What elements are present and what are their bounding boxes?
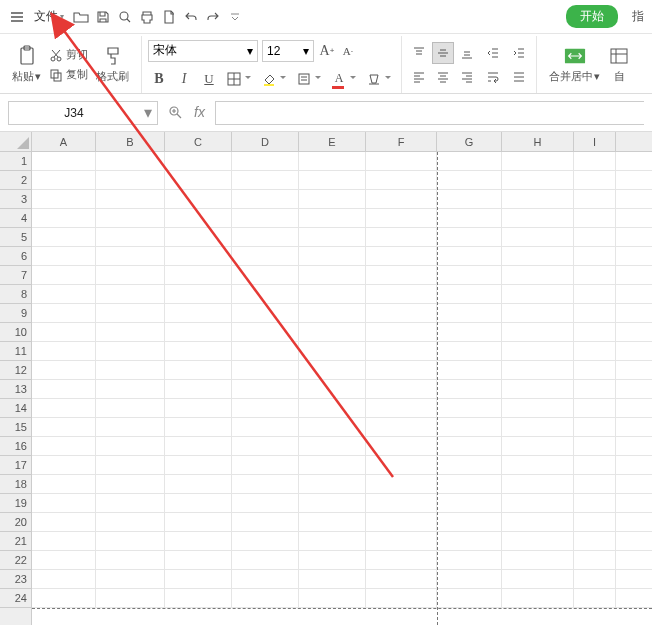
cell[interactable] — [366, 171, 437, 189]
cell[interactable] — [232, 304, 299, 322]
cell[interactable] — [232, 551, 299, 569]
cell[interactable] — [574, 589, 616, 607]
cell[interactable] — [437, 399, 502, 417]
row-header[interactable]: 6 — [0, 247, 31, 266]
cell[interactable] — [299, 532, 366, 550]
cell[interactable] — [574, 475, 616, 493]
cell[interactable] — [366, 247, 437, 265]
row-header[interactable]: 11 — [0, 342, 31, 361]
cell[interactable] — [232, 456, 299, 474]
column-header[interactable]: E — [299, 132, 366, 151]
print-icon[interactable] — [138, 8, 156, 26]
cell[interactable] — [502, 342, 574, 360]
cell[interactable] — [165, 361, 232, 379]
cell[interactable] — [366, 380, 437, 398]
decrease-indent-button[interactable] — [482, 42, 504, 64]
cell[interactable] — [232, 342, 299, 360]
cell[interactable] — [232, 323, 299, 341]
cell[interactable] — [366, 304, 437, 322]
cell[interactable] — [366, 437, 437, 455]
cell[interactable] — [299, 380, 366, 398]
cell[interactable] — [574, 551, 616, 569]
cell[interactable] — [232, 399, 299, 417]
cell[interactable] — [232, 228, 299, 246]
cut-button[interactable]: 剪切 — [47, 46, 90, 63]
cell[interactable] — [437, 361, 502, 379]
cell[interactable] — [165, 437, 232, 455]
italic-button[interactable]: I — [173, 68, 195, 90]
cell[interactable] — [502, 551, 574, 569]
cell[interactable] — [437, 532, 502, 550]
row-header[interactable]: 8 — [0, 285, 31, 304]
cell[interactable] — [165, 304, 232, 322]
cell[interactable] — [502, 152, 574, 170]
column-header[interactable]: H — [502, 132, 574, 151]
auto-button[interactable]: 自 — [606, 43, 636, 86]
cell[interactable] — [165, 152, 232, 170]
cell[interactable] — [366, 532, 437, 550]
copy-button[interactable]: 复制 — [47, 66, 90, 83]
cell[interactable] — [437, 494, 502, 512]
cell[interactable] — [232, 437, 299, 455]
font-size-select[interactable]: 12 ▾ — [262, 40, 314, 62]
cell[interactable] — [299, 152, 366, 170]
cell[interactable] — [232, 532, 299, 550]
cell[interactable] — [165, 171, 232, 189]
cell[interactable] — [299, 418, 366, 436]
cell[interactable] — [32, 380, 96, 398]
cell[interactable] — [299, 266, 366, 284]
row-header[interactable]: 22 — [0, 551, 31, 570]
cell[interactable] — [165, 532, 232, 550]
cell[interactable] — [574, 247, 616, 265]
open-icon[interactable] — [72, 8, 90, 26]
redo-icon[interactable] — [204, 8, 222, 26]
cell[interactable] — [299, 399, 366, 417]
cell[interactable] — [32, 171, 96, 189]
merge-center-button[interactable]: 合并居中▾ — [543, 43, 606, 86]
cell[interactable] — [502, 323, 574, 341]
row-header[interactable]: 18 — [0, 475, 31, 494]
cell[interactable] — [574, 570, 616, 588]
cell[interactable] — [232, 418, 299, 436]
cell[interactable] — [437, 589, 502, 607]
cell[interactable] — [574, 171, 616, 189]
cell[interactable] — [574, 304, 616, 322]
cell[interactable] — [502, 570, 574, 588]
cell[interactable] — [299, 209, 366, 227]
save-icon[interactable] — [94, 8, 112, 26]
cell[interactable] — [437, 513, 502, 531]
row-header[interactable]: 7 — [0, 266, 31, 285]
column-header[interactable]: A — [32, 132, 96, 151]
cell[interactable] — [437, 418, 502, 436]
cell[interactable] — [437, 437, 502, 455]
cell[interactable] — [574, 152, 616, 170]
cell[interactable] — [165, 418, 232, 436]
column-header[interactable]: D — [232, 132, 299, 151]
undo-icon[interactable] — [182, 8, 200, 26]
cell[interactable] — [502, 209, 574, 227]
cell[interactable] — [32, 437, 96, 455]
cell[interactable] — [96, 152, 165, 170]
cell[interactable] — [299, 589, 366, 607]
cell[interactable] — [32, 570, 96, 588]
cell[interactable] — [574, 285, 616, 303]
cell[interactable] — [96, 361, 165, 379]
cell[interactable] — [437, 285, 502, 303]
cell[interactable] — [574, 418, 616, 436]
cell[interactable] — [299, 285, 366, 303]
cell[interactable] — [574, 456, 616, 474]
cell[interactable] — [32, 323, 96, 341]
cell[interactable] — [96, 513, 165, 531]
cell[interactable] — [96, 418, 165, 436]
cell[interactable] — [32, 152, 96, 170]
cell[interactable] — [32, 532, 96, 550]
align-middle-button[interactable] — [432, 42, 454, 64]
cell[interactable] — [574, 228, 616, 246]
column-header[interactable]: F — [366, 132, 437, 151]
cell[interactable] — [32, 361, 96, 379]
cell[interactable] — [502, 190, 574, 208]
align-bottom-button[interactable] — [456, 42, 478, 64]
column-header[interactable]: G — [437, 132, 502, 151]
cell[interactable] — [32, 304, 96, 322]
cell[interactable] — [502, 285, 574, 303]
